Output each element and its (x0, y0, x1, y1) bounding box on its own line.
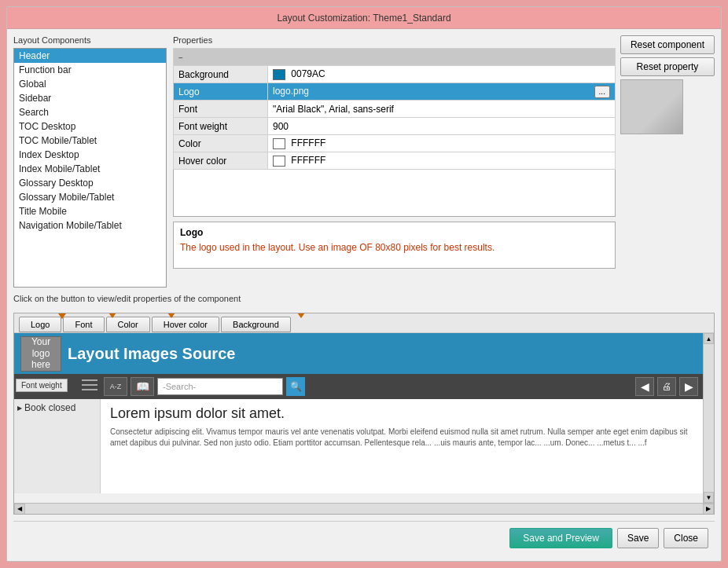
layout-components-label: Layout Components (13, 35, 167, 45)
preview-area: ▲ ▼ Your logo here Layout Images Source … (14, 333, 714, 503)
sidebar-area: ▶ Book closed (14, 399, 101, 493)
preview-content: Your logo here Layout Images Source Font… (14, 333, 703, 493)
bottom-bar: Save and Preview Save Close (13, 521, 715, 555)
prop-hovercolor-label: Hover color (174, 152, 268, 170)
list-item-nav-mobile[interactable]: Navigation Mobile/Tablet (14, 218, 166, 233)
vertical-scrollbar[interactable]: ▲ ▼ (703, 333, 714, 503)
save-preview-button[interactable]: Save and Preview (509, 528, 612, 548)
arrow-font-icon (58, 313, 66, 318)
info-desc-end: pixels for best results. (401, 242, 495, 253)
prop-logo-value[interactable]: logo.png ... (268, 83, 616, 101)
color-swatch (273, 138, 285, 149)
list-item-functionbar[interactable]: Function bar (14, 63, 166, 77)
book-closed: ▶ Book closed (17, 402, 97, 413)
tab-color[interactable]: Color (106, 317, 150, 332)
tab-logo[interactable]: Logo (19, 317, 61, 332)
table-row-fontweight: Font weight 900 (174, 118, 616, 135)
collapse-icon[interactable]: – (178, 53, 189, 62)
list-item-title-mobile[interactable]: Title Mobile (14, 204, 166, 218)
save-button[interactable]: Save (617, 528, 659, 548)
nav-menu-icon[interactable] (82, 377, 101, 396)
table-row-color: Color FFFFFF (174, 135, 616, 152)
list-item-global[interactable]: Global (14, 77, 166, 91)
scroll-left-arrow[interactable]: ◀ (14, 504, 25, 515)
prop-color-label: Color (174, 135, 268, 152)
properties-table: – Background 0079AC (173, 48, 616, 170)
list-item-search[interactable]: Search (14, 105, 166, 119)
nav-az-icon[interactable]: A-Z (104, 377, 127, 396)
nav-forward-button[interactable]: ▶ (679, 377, 698, 396)
logo-placeholder: Your logo here (20, 336, 61, 372)
nav-back-button[interactable]: ◀ (635, 377, 654, 396)
list-item-glossary-mobile[interactable]: Glossary Mobile/Tablet (14, 190, 166, 204)
main-text-area: Lorem ipsum dolor sit amet. Consectetur … (101, 399, 703, 493)
info-description: The logo used in the layout. Use an imag… (180, 241, 609, 255)
bottom-section: Logo Font Color Hover color Background (13, 313, 715, 515)
arrow-bg-container (297, 313, 305, 318)
background-color-swatch (273, 69, 285, 80)
list-item-header[interactable]: Header (14, 49, 166, 63)
prop-background-value[interactable]: 0079AC (268, 66, 616, 83)
book-closed-arrow: ▶ (17, 405, 22, 412)
content-area: ▶ Book closed Lorem ipsum dolor sit amet… (14, 399, 703, 493)
props-and-info: – Background 0079AC (173, 48, 616, 269)
prop-font-value[interactable]: "Arial Black", Arial, sans-serif (268, 101, 616, 118)
arrow-color-icon (108, 313, 116, 318)
list-item-index-mobile[interactable]: Index Mobile/Tablet (14, 162, 166, 176)
logo-text: Your logo here (21, 336, 61, 370)
browse-button[interactable]: ... (594, 86, 610, 98)
prop-hovercolor-value[interactable]: FFFFFF (268, 152, 616, 170)
list-item-toc-mobile[interactable]: TOC Mobile/Tablet (14, 134, 166, 148)
nav-print-button[interactable]: 🖨 (657, 377, 676, 396)
info-box: Logo The logo used in the layout. Use an… (173, 222, 616, 269)
nav-book-icon[interactable]: 📖 (131, 377, 154, 396)
preview-header: Your logo here Layout Images Source (14, 333, 703, 374)
arrow-hover-container (167, 313, 175, 318)
search-button[interactable]: 🔍 (286, 377, 305, 396)
main-content: Layout Components Header Function bar Gl… (7, 29, 721, 561)
prop-fontweight-label: Font weight (174, 118, 268, 135)
scroll-down-arrow[interactable]: ▼ (704, 492, 714, 503)
table-row: Background 0079AC (174, 66, 616, 83)
font-weight-label: Font weight (16, 379, 68, 392)
horizontal-scrollbar[interactable]: ◀ ▶ (14, 503, 714, 514)
reset-component-button[interactable]: Reset component (620, 35, 715, 54)
preview-thumbnail (620, 79, 683, 134)
arrow-font-container (58, 313, 66, 318)
info-desc-start: The logo used in the layout. Use an imag… (180, 242, 359, 253)
prop-logo-label: Logo (174, 83, 268, 101)
reset-property-button[interactable]: Reset property (620, 57, 715, 76)
hovercolor-swatch (273, 156, 285, 167)
nav-wrapper: Font weight A-Z 📖 🔍 ◀ 🖨 (14, 374, 703, 399)
list-item-toc-desktop[interactable]: TOC Desktop (14, 119, 166, 134)
prop-color-value[interactable]: FFFFFF (268, 135, 616, 152)
window-title: Layout Customization: Theme1_Standard (277, 13, 450, 24)
hint-text: Click on the button to view/edit propert… (13, 294, 715, 303)
close-button[interactable]: Close (664, 528, 708, 548)
table-header-row: – (174, 49, 616, 66)
left-panel: Layout Components Header Function bar Gl… (13, 35, 167, 288)
list-item-index-desktop[interactable]: Index Desktop (14, 148, 166, 162)
scroll-track-v (704, 344, 714, 492)
book-closed-text: Book closed (24, 402, 75, 413)
preview-header-title: Layout Images Source (68, 345, 235, 363)
scroll-up-arrow[interactable]: ▲ (704, 333, 714, 344)
tab-font[interactable]: Font (63, 317, 104, 332)
background-color-text: 0079AC (291, 68, 325, 79)
search-input[interactable] (157, 378, 283, 395)
scroll-right-arrow[interactable]: ▶ (703, 504, 714, 515)
color-text: FFFFFF (291, 137, 325, 148)
nav-right-buttons: ◀ 🖨 ▶ (635, 377, 698, 396)
tab-hover-color[interactable]: Hover color (152, 317, 219, 332)
properties-section: Properties – B (173, 35, 616, 269)
list-item-glossary-desktop[interactable]: Glossary Desktop (14, 176, 166, 190)
properties-wrap: – Background 0079AC (173, 48, 616, 269)
scroll-track-h (25, 504, 703, 514)
list-item-sidebar[interactable]: Sidebar (14, 91, 166, 105)
prop-fontweight-value[interactable]: 900 (268, 118, 616, 135)
tab-background[interactable]: Background (221, 317, 291, 332)
prop-font-label: Font (174, 101, 268, 118)
layout-components-list[interactable]: Header Function bar Global Sidebar Searc… (13, 48, 167, 288)
arrow-color-container (108, 313, 116, 318)
table-row-hovercolor: Hover color FFFFFF (174, 152, 616, 170)
